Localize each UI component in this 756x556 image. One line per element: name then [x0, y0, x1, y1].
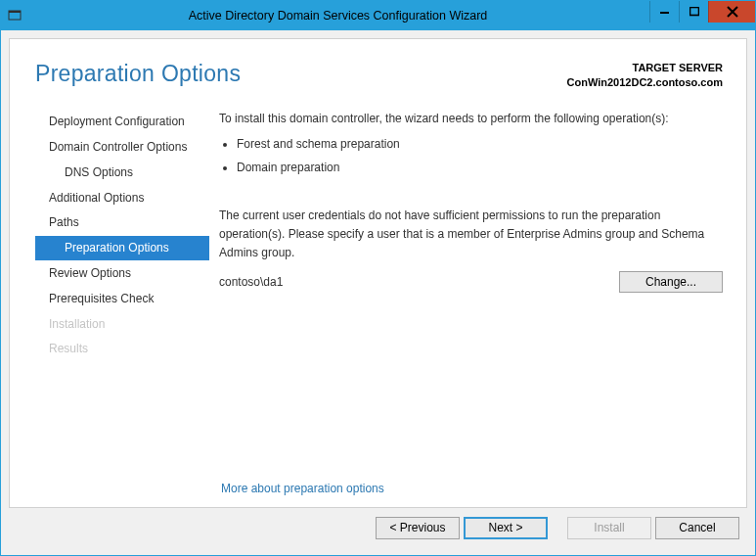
- minimize-button[interactable]: [649, 1, 679, 23]
- next-button[interactable]: Next >: [464, 517, 548, 539]
- titlebar: Active Directory Domain Services Configu…: [1, 1, 755, 30]
- target-server-label: TARGET SERVER: [567, 61, 723, 75]
- change-button[interactable]: Change...: [619, 271, 723, 293]
- sidebar-step[interactable]: Deployment Configuration: [35, 110, 209, 135]
- install-button[interactable]: Install: [567, 517, 651, 539]
- sidebar-step[interactable]: Review Options: [35, 260, 209, 286]
- window-title: Active Directory Domain Services Configu…: [28, 9, 755, 23]
- window-controls: [649, 1, 755, 23]
- content-area: Preparation Options TARGET SERVER ConWin…: [1, 30, 755, 555]
- wizard-steps-sidebar: Deployment ConfigurationDomain Controlle…: [35, 110, 209, 468]
- header-row: Preparation Options TARGET SERVER ConWin…: [10, 39, 746, 100]
- warning-text: The current user credentials do not have…: [219, 207, 723, 261]
- sidebar-step[interactable]: Prerequisites Check: [35, 286, 209, 311]
- sidebar-step: Installation: [35, 311, 209, 337]
- operation-item: Forest and schema preparation: [237, 135, 723, 154]
- svg-rect-1: [9, 11, 21, 13]
- maximize-button[interactable]: [679, 1, 708, 23]
- credentials-value: contoso\da1: [219, 273, 283, 292]
- wizard-page-content: To install this domain controller, the w…: [209, 110, 723, 468]
- body-row: Deployment ConfigurationDomain Controlle…: [10, 100, 746, 468]
- previous-button[interactable]: < Previous: [376, 517, 460, 539]
- cancel-button[interactable]: Cancel: [655, 517, 739, 539]
- target-server-value: ConWin2012DC2.contoso.com: [567, 75, 723, 90]
- close-button[interactable]: [708, 1, 755, 23]
- sidebar-step: Results: [35, 337, 209, 362]
- sidebar-step[interactable]: DNS Options: [35, 160, 209, 185]
- page-title: Preparation Options: [35, 61, 241, 87]
- wizard-window: Active Directory Domain Services Configu…: [0, 0, 756, 556]
- main-panel-container: Preparation Options TARGET SERVER ConWin…: [9, 38, 747, 508]
- operations-list: Forest and schema preparationDomain prep…: [237, 135, 723, 181]
- more-about-link[interactable]: More about preparation options: [221, 482, 384, 495]
- sidebar-step[interactable]: Preparation Options: [35, 236, 209, 261]
- sidebar-step[interactable]: Additional Options: [35, 185, 209, 210]
- svg-rect-3: [689, 8, 698, 16]
- close-icon: [727, 6, 738, 18]
- target-server-block: TARGET SERVER ConWin2012DC2.contoso.com: [567, 61, 723, 90]
- app-icon: [7, 8, 22, 23]
- minimize-icon: [660, 7, 670, 17]
- svg-rect-2: [660, 12, 669, 14]
- intro-text: To install this domain controller, the w…: [219, 110, 723, 128]
- operation-item: Domain preparation: [237, 159, 723, 177]
- footer-buttons: < Previous Next > Install Cancel: [9, 508, 747, 547]
- credentials-row: contoso\da1 Change...: [219, 271, 723, 293]
- maximize-icon: [689, 7, 699, 17]
- sidebar-step[interactable]: Domain Controller Options: [35, 134, 209, 160]
- sidebar-step[interactable]: Paths: [35, 210, 209, 236]
